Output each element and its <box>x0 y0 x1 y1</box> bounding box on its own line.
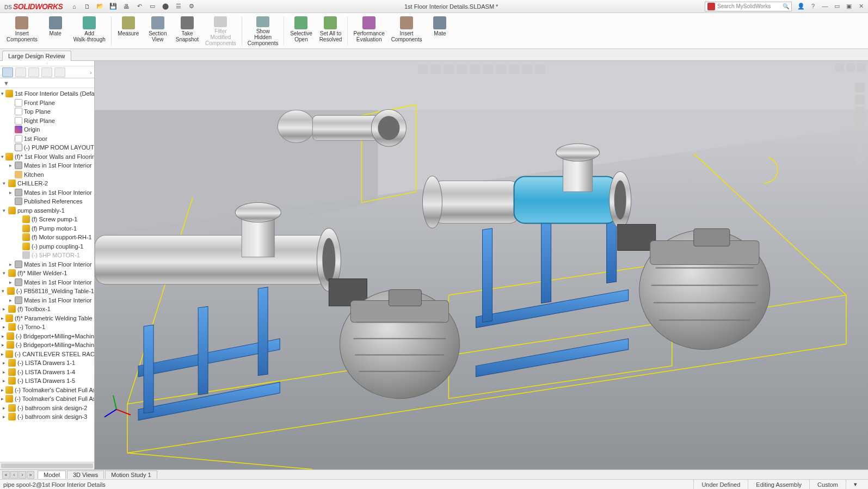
tree-chiller[interactable]: ▾CHILLER-2 <box>0 179 94 188</box>
tree-top-plane[interactable]: Top Plane <box>0 107 94 116</box>
selective-open-button[interactable]: Selective Open <box>286 14 316 47</box>
mate-button[interactable]: Mate <box>41 14 70 47</box>
apply-scene-icon[interactable] <box>522 64 532 74</box>
open-icon[interactable]: 📂 <box>94 1 106 12</box>
tree-screw-pump[interactable]: (f) Screw pump-1 <box>0 215 94 224</box>
show-hidden-button[interactable]: Show Hidden Components <box>244 14 282 47</box>
custom-properties-icon[interactable] <box>855 143 865 152</box>
close-icon[interactable]: ✕ <box>856 3 866 10</box>
undo-icon[interactable]: ↶ <box>133 1 145 12</box>
tree-parametric-welding[interactable]: ▸(f)* Parametric Welding Table - <box>0 314 94 323</box>
view-settings-icon[interactable] <box>535 64 545 74</box>
display-manager-tab-icon[interactable] <box>54 67 65 77</box>
tree-sink-3[interactable]: ▸(-) bathroom sink design-3 <box>0 412 94 422</box>
feature-manager-tab-icon[interactable] <box>2 67 13 77</box>
configuration-manager-tab-icon[interactable] <box>28 67 39 77</box>
panel-horizontal-scrollbar[interactable] <box>0 462 94 469</box>
tree-pump-assembly[interactable]: ▾pump assembly-1 <box>0 206 94 215</box>
edit-appearance-icon[interactable] <box>509 64 519 74</box>
options-list-icon[interactable]: ☰ <box>173 1 184 12</box>
print-icon[interactable]: 🖶 <box>120 1 132 12</box>
tab-nav-next-icon[interactable]: › <box>19 471 26 479</box>
zoom-fit-icon[interactable] <box>418 64 428 74</box>
mate-button-2[interactable]: Mate <box>425 14 454 47</box>
tab-nav-first-icon[interactable]: « <box>2 471 10 479</box>
section-view-hud-icon[interactable] <box>457 64 467 74</box>
help-icon[interactable]: ? <box>808 3 818 10</box>
section-view-button[interactable]: Section View <box>143 14 173 47</box>
take-snapshot-button[interactable]: Take Snapshot <box>173 14 202 47</box>
forum-icon[interactable] <box>855 154 865 164</box>
file-explorer-icon[interactable] <box>855 107 865 116</box>
previous-view-icon[interactable] <box>444 64 454 74</box>
view-orientation-icon[interactable] <box>470 64 480 74</box>
tree-torno[interactable]: ▸(-) Torno-1 <box>0 323 94 332</box>
tree-published-references[interactable]: Published References <box>0 197 94 206</box>
tree-pump-coupling[interactable]: (-) pump coupling-1 <box>0 242 94 251</box>
settings-gear-icon[interactable]: ⚙ <box>186 1 198 12</box>
tab-large-design-review[interactable]: Large Design Review <box>2 51 71 61</box>
status-custom[interactable]: Custom <box>809 480 846 489</box>
zoom-area-icon[interactable] <box>431 64 441 74</box>
tree-5hp-motor[interactable]: (-) 5HP MOTOR-1 <box>0 251 94 260</box>
tree-lista-1-5[interactable]: ▸(-) LISTA Drawers 1-5 <box>0 376 94 386</box>
minimize-icon[interactable]: — <box>820 3 830 10</box>
tree-motor-support[interactable]: (f) Motor support-RH-1 <box>0 233 94 242</box>
link-views-icon[interactable] <box>835 63 844 72</box>
tree-mates-2[interactable]: ▸Mates in 1st Floor Interior <box>0 188 94 197</box>
insert-components-button[interactable]: Insert Components <box>3 14 41 47</box>
solidworks-resources-icon[interactable] <box>855 83 865 92</box>
hide-show-icon[interactable] <box>496 64 506 74</box>
tree-mates-1[interactable]: ▸Mates in 1st Floor Interior <box>0 161 94 170</box>
tree-bridgeport-2[interactable]: ▸(-) Bridgeport+Milling+Machin <box>0 341 94 350</box>
user-icon[interactable]: 👤 <box>796 3 806 10</box>
tree-toolmaker-2[interactable]: ▸(-) Toolmaker's Cabinet Full As <box>0 394 94 404</box>
tree-mates-4[interactable]: ▸Mates in 1st Floor Interior <box>0 278 94 287</box>
set-all-resolved-button[interactable]: Set All to Resolved <box>316 14 345 47</box>
save-icon[interactable]: 💾 <box>107 1 119 12</box>
property-manager-tab-icon[interactable] <box>15 67 26 77</box>
tree-mates-5[interactable]: ▸Mates in 1st Floor Interior <box>0 296 94 305</box>
search-icon[interactable]: 🔍 <box>783 3 789 9</box>
tree-filter[interactable]: ▼ <box>0 78 94 88</box>
measure-button[interactable]: Measure <box>114 14 143 47</box>
rebuild-icon[interactable]: ⬤ <box>159 1 171 12</box>
tab-nav-prev-icon[interactable]: ‹ <box>10 471 18 479</box>
tree-walls-flooring[interactable]: ▾(f)* 1st Floor Walls and Flooring <box>0 152 94 162</box>
tree-welding-table[interactable]: ▾(-) FB58118_Welding Table-1 <box>0 287 94 296</box>
display-style-icon[interactable] <box>483 64 493 74</box>
view-palette-icon[interactable] <box>855 119 865 128</box>
tab-model[interactable]: Model <box>38 471 66 479</box>
home-icon[interactable]: ⌂ <box>68 1 80 12</box>
dimxpert-tab-icon[interactable] <box>41 67 52 77</box>
appearances-icon[interactable] <box>855 131 865 140</box>
graphics-viewport[interactable] <box>95 61 868 469</box>
tree-sink-2[interactable]: ▸(-) bathroom sink design-2 <box>0 404 94 413</box>
tree-root[interactable]: ▾1st Floor Interior Details (Default<A <box>0 89 94 98</box>
tree-pump-motor[interactable]: (f) Pump motor-1 <box>0 224 94 233</box>
tree-miller-welder[interactable]: ▾(f)* Miller Welder-1 <box>0 269 94 278</box>
tree-lista-1-4[interactable]: ▸(-) LISTA Drawers 1-4 <box>0 368 94 377</box>
status-unit-system-icon[interactable]: ▾ <box>846 480 865 489</box>
tree-cantilever[interactable]: ▸(-) CANTILEVER STEEL RACK A <box>0 350 94 359</box>
restore-icon[interactable]: ▭ <box>832 3 842 10</box>
search-box[interactable]: Search MySolidWorks 🔍 <box>705 2 792 11</box>
tab-3d-views[interactable]: 3D Views <box>67 471 104 479</box>
tab-motion-study[interactable]: Motion Study 1 <box>105 471 157 479</box>
tree-1st-floor[interactable]: 1st Floor <box>0 134 94 144</box>
tree-toolbox[interactable]: ▸(f) Toolbox-1 <box>0 305 94 314</box>
tree-lista-1-1[interactable]: ▸(-) LISTA Drawers 1-1 <box>0 358 94 368</box>
maximize-icon[interactable]: ▣ <box>844 3 854 10</box>
new-icon[interactable]: 🗋 <box>81 1 93 12</box>
tree-mates-3[interactable]: ▸Mates in 1st Floor Interior <box>0 260 94 269</box>
tree-bridgeport-1[interactable]: ▸(-) Bridgeport+Milling+Machin <box>0 332 94 341</box>
tree-origin[interactable]: Origin <box>0 125 94 134</box>
viewport-close-icon[interactable] <box>857 63 866 72</box>
panel-expand-icon[interactable]: › <box>90 69 92 76</box>
design-library-icon[interactable] <box>855 95 865 104</box>
tree-right-plane[interactable]: Right Plane <box>0 116 94 126</box>
tree-kitchen[interactable]: Kitchen <box>0 170 94 179</box>
add-walkthrough-button[interactable]: Add Walk-through <box>70 14 109 47</box>
insert-components-button-2[interactable]: Insert Components <box>388 14 426 47</box>
tab-nav-last-icon[interactable]: » <box>27 471 34 479</box>
